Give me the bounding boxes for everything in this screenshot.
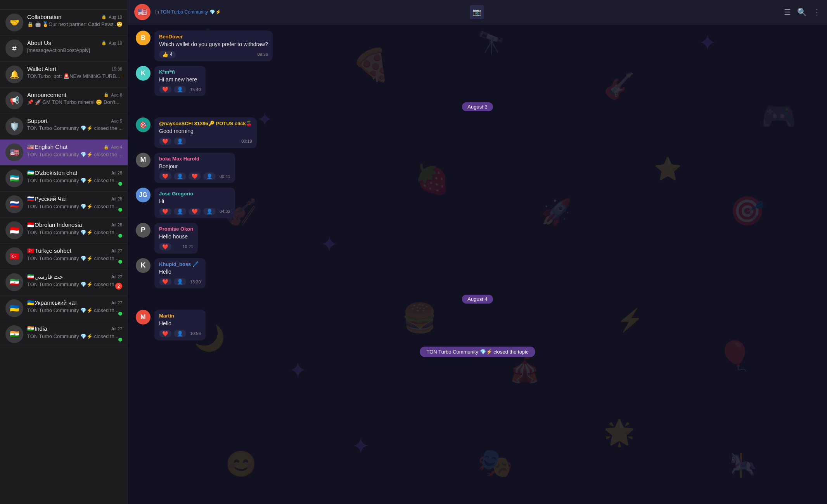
channel-avatar: 🇮🇩 <box>5 221 23 239</box>
reaction-avatar-pill[interactable]: 👤 <box>174 173 186 180</box>
message-text: Hello <box>159 320 201 328</box>
channel-name: Support <box>27 117 48 124</box>
reaction-avatars: ❤️ <box>159 243 171 250</box>
channel-header-row: 🇮🇷چت فارسی Jul 27 <box>27 273 122 280</box>
channel-body: Wallet Alert 15:38 TONTurbo_bot: 🚨NEW MI… <box>27 66 122 79</box>
reaction-avatar-pill[interactable]: ❤️ <box>189 208 201 215</box>
message-time: 15:40 <box>190 87 201 92</box>
message-footer: ❤️👤❤️👤 04:32 <box>159 208 230 215</box>
reaction-avatars: ❤️👤 <box>159 278 186 285</box>
member-list-icon[interactable]: ☰ <box>784 7 791 17</box>
reaction-avatar-pill[interactable]: 👤 <box>174 278 186 285</box>
unread-dot <box>118 260 122 264</box>
reaction-avatar-pill[interactable]: 👤 <box>203 173 216 180</box>
sidebar-item-wallet-alert[interactable]: 🔔 Wallet Alert 15:38 TONTurbo_bot: 🚨NEW … <box>0 62 128 88</box>
message-avatar[interactable]: P <box>136 223 151 238</box>
message-sender[interactable]: Khupid_boss 🖊️ <box>159 261 201 267</box>
message-avatar[interactable]: B <box>136 31 151 45</box>
channel-body: Collaboration 🔒Aug 10 🔒 🤖 🏅Our next part… <box>27 14 122 27</box>
sidebar-item-english-chat[interactable]: 🇺🇸 🇺🇸English Chat 🔒Aug 4 TON Turbo Commu… <box>0 140 128 166</box>
reaction-avatar-pill[interactable]: 👤 <box>174 208 186 215</box>
reaction-avatars: ❤️👤 <box>159 138 186 145</box>
lock-icon: 🔒 <box>101 14 107 19</box>
message-time: 00:19 <box>241 139 252 143</box>
sidebar-item-india-chat[interactable]: 🇮🇳 🇮🇳India Jul 27 TON Turbo Community 💎⚡… <box>0 321 128 347</box>
message-sender[interactable]: Kᵃmⁱᵃñ <box>159 69 201 75</box>
reaction-avatar-pill[interactable]: ❤️ <box>189 173 201 180</box>
sidebar-item-russian-chat[interactable]: 🇷🇺 🇷🇺Русский Чат Jul 28 TON Turbo Commun… <box>0 192 128 217</box>
message-avatar[interactable]: JG <box>136 188 151 202</box>
search-icon[interactable]: 🔍 <box>797 7 807 17</box>
channel-avatar: 🇺🇸 <box>5 143 23 161</box>
sidebar-item-support[interactable]: 🛡️ Support Aug 5 TON Turbo Community 💎⚡ … <box>0 114 128 140</box>
unread-dot <box>118 338 122 342</box>
sidebar-item-ukraine-chat[interactable]: 🇺🇦 🇺🇦Український чат Jul 27 TON Turbo Co… <box>0 295 128 321</box>
sidebar-item-announcement[interactable]: 📢 Announcement 🔒Aug 8 📌 🚀 GM TON Turbo m… <box>0 88 128 114</box>
reaction-avatar-pill[interactable]: ❤️ <box>159 330 171 337</box>
reaction-avatar-pill[interactable]: ❤️ <box>159 86 171 93</box>
channel-preview: TON Turbo Community 💎⚡ closed th... <box>27 333 122 339</box>
message-sender[interactable]: Martin <box>159 313 201 319</box>
sidebar-item-about-us[interactable]: # About Us 🔒Aug 10 [messageActionBoostAp… <box>0 36 128 62</box>
date-divider: August 3 <box>136 102 819 111</box>
channel-header-row: 🇷🇺Русский Чат Jul 28 <box>27 195 122 202</box>
channel-time: 🔒Aug 8 <box>104 92 122 97</box>
message-avatar[interactable]: K <box>136 258 151 273</box>
pinned-message-bar[interactable]: 📷 <box>470 5 780 19</box>
reaction-avatars: ❤️👤 <box>159 86 186 93</box>
reaction-avatar-pill[interactable]: ❤️ <box>159 278 171 285</box>
channel-name: About Us <box>27 40 51 46</box>
lock-icon: 🔒 <box>104 92 109 97</box>
channel-preview: [messageActionBoostApply] <box>27 47 122 53</box>
channel-list: 🤝 Collaboration 🔒Aug 10 🔒 🤖 🏅Our next pa… <box>0 10 128 504</box>
reaction-avatar-pill[interactable]: 👤 <box>174 330 186 337</box>
message-row: B BenDover Which wallet do you guys pref… <box>136 31 407 61</box>
channel-time: Jul 27 <box>111 300 122 305</box>
channel-name: Wallet Alert <box>27 66 56 72</box>
message-bubble: Promise Okon Hello house ❤️ 10:21 <box>154 223 198 254</box>
date-label: August 4 <box>462 295 493 304</box>
channel-body: 🇮🇷چت فارسی Jul 27 TON Turbo Community 💎⚡… <box>27 273 122 287</box>
subtitle-prefix: In <box>155 9 160 15</box>
channel-name: 🇹🇷Türkçe sohbet <box>27 247 71 254</box>
reaction-avatar-pill[interactable]: ❤️ <box>159 208 171 215</box>
channel-name: 🇺🇦Український чат <box>27 299 77 306</box>
message-text: Hello <box>159 268 201 276</box>
sidebar-item-uzbekiston-chat[interactable]: 🇺🇿 🇺🇿O'zbekiston chat Jul 28 TON Turbo C… <box>0 166 128 192</box>
lock-icon: 🔒 <box>101 40 107 45</box>
channel-preview: TON Turbo Community 💎⚡ closed th... <box>27 178 122 183</box>
message-time: 04:32 <box>220 209 230 214</box>
message-sender[interactable]: @naysoeSCFI 81395🔑 POTUS click🍒 <box>159 121 252 126</box>
sidebar-item-farsi-chat[interactable]: 🇮🇷 🇮🇷چت فارسی Jul 27 TON Turbo Community… <box>0 269 128 295</box>
more-options-icon[interactable]: ⋮ <box>813 7 821 17</box>
channel-preview: TON Turbo Community 💎⚡ closed th... <box>27 255 122 261</box>
reaction-avatar-pill[interactable]: ❤️ <box>159 173 171 180</box>
message-text: Hello house <box>159 233 193 241</box>
message-sender[interactable]: Jose Gregorio <box>159 191 230 197</box>
message-sender[interactable]: BenDover <box>159 34 268 40</box>
reaction-pill[interactable]: 👍 4 <box>159 51 176 58</box>
reaction-avatar-pill[interactable]: 👤 <box>203 208 216 215</box>
message-avatar[interactable]: K <box>136 66 151 81</box>
message-row: P Promise Okon Hello house ❤️ 10:21 <box>136 223 407 254</box>
channel-header-row: 🇺🇦Український чат Jul 27 <box>27 299 122 306</box>
sidebar-item-turkish-chat[interactable]: 🇹🇷 🇹🇷Türkçe sohbet Jul 27 TON Turbo Comm… <box>0 243 128 269</box>
channel-time: 🔒Aug 4 <box>104 145 122 150</box>
community-name[interactable]: TON Turbo Community 💎⚡ <box>160 9 221 15</box>
message-bubble: BenDover Which wallet do you guys prefer… <box>154 31 273 61</box>
reaction-avatar-pill[interactable]: ❤️ <box>159 138 171 145</box>
reaction-avatar-pill[interactable]: 👤 <box>174 138 186 145</box>
channel-body: Support Aug 5 TON Turbo Community 💎⚡ clo… <box>27 117 122 131</box>
message-sender[interactable]: boka Max Harold <box>159 156 230 162</box>
message-avatar[interactable]: M <box>136 310 151 324</box>
sidebar-item-indonesia-chat[interactable]: 🇮🇩 🇮🇩Obrolan Indonesia Jul 28 TON Turbo … <box>0 217 128 243</box>
message-sender[interactable]: Promise Okon <box>159 226 193 232</box>
message-text: Bonjour <box>159 163 230 171</box>
message-avatar[interactable]: 🎯 <box>136 117 151 132</box>
reaction-avatar-pill[interactable]: 👤 <box>174 86 186 93</box>
channel-preview: 📌 🚀 GM TON Turbo miners! 😊 Don't... <box>27 99 122 105</box>
channel-avatar: 🇺🇦 <box>5 299 23 317</box>
reaction-avatar-pill[interactable]: ❤️ <box>159 243 171 250</box>
message-avatar[interactable]: M <box>136 153 151 167</box>
sidebar-item-collaboration[interactable]: 🤝 Collaboration 🔒Aug 10 🔒 🤖 🏅Our next pa… <box>0 10 128 36</box>
